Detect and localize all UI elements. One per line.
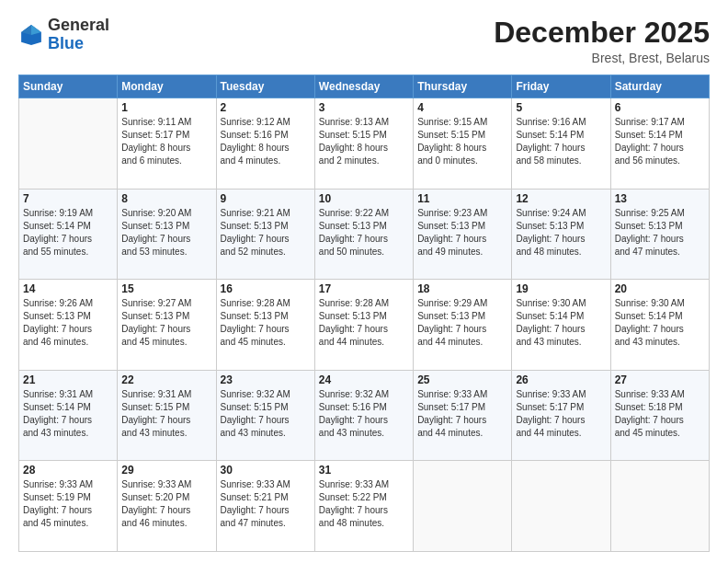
table-row: 18Sunrise: 9:29 AM Sunset: 5:13 PM Dayli…	[414, 280, 512, 371]
table-row: 10Sunrise: 9:22 AM Sunset: 5:13 PM Dayli…	[314, 189, 413, 280]
day-info: Sunrise: 9:19 AM Sunset: 5:14 PM Dayligh…	[23, 207, 113, 259]
table-row: 5Sunrise: 9:16 AM Sunset: 5:14 PM Daylig…	[512, 98, 610, 190]
day-number: 5	[516, 101, 606, 114]
col-thursday: Thursday	[414, 75, 512, 98]
logo-general-text: General	[48, 16, 109, 34]
day-info: Sunrise: 9:33 AM Sunset: 5:20 PM Dayligh…	[121, 478, 211, 530]
table-row: 3Sunrise: 9:13 AM Sunset: 5:15 PM Daylig…	[314, 98, 413, 190]
table-row: 12Sunrise: 9:24 AM Sunset: 5:13 PM Dayli…	[512, 189, 610, 280]
table-row: 31Sunrise: 9:33 AM Sunset: 5:22 PM Dayli…	[314, 461, 413, 552]
table-row: 7Sunrise: 9:19 AM Sunset: 5:14 PM Daylig…	[19, 189, 118, 280]
header: General Blue December 2025 Brest, Brest,…	[18, 17, 710, 65]
day-number: 2	[221, 101, 311, 114]
day-info: Sunrise: 9:32 AM Sunset: 5:16 PM Dayligh…	[319, 388, 409, 440]
day-info: Sunrise: 9:24 AM Sunset: 5:13 PM Dayligh…	[516, 207, 606, 259]
calendar-header-row: Sunday Monday Tuesday Wednesday Thursday…	[19, 75, 710, 98]
day-number: 25	[417, 373, 507, 386]
table-row: 24Sunrise: 9:32 AM Sunset: 5:16 PM Dayli…	[314, 370, 413, 461]
day-info: Sunrise: 9:21 AM Sunset: 5:13 PM Dayligh…	[221, 207, 311, 259]
table-row: 8Sunrise: 9:20 AM Sunset: 5:13 PM Daylig…	[118, 189, 216, 280]
day-number: 6	[615, 101, 705, 114]
table-row: 11Sunrise: 9:23 AM Sunset: 5:13 PM Dayli…	[414, 189, 512, 280]
day-number: 9	[221, 192, 311, 205]
day-info: Sunrise: 9:12 AM Sunset: 5:16 PM Dayligh…	[221, 116, 311, 167]
day-number: 23	[221, 373, 311, 386]
col-tuesday: Tuesday	[216, 75, 314, 98]
table-row	[512, 461, 610, 552]
day-number: 31	[319, 464, 409, 477]
table-row: 29Sunrise: 9:33 AM Sunset: 5:20 PM Dayli…	[118, 461, 216, 552]
table-row: 27Sunrise: 9:33 AM Sunset: 5:18 PM Dayli…	[610, 370, 709, 461]
col-monday: Monday	[118, 75, 216, 98]
day-info: Sunrise: 9:15 AM Sunset: 5:15 PM Dayligh…	[417, 116, 507, 167]
table-row: 23Sunrise: 9:32 AM Sunset: 5:15 PM Dayli…	[216, 370, 314, 461]
day-number: 3	[319, 101, 409, 114]
table-row: 6Sunrise: 9:17 AM Sunset: 5:14 PM Daylig…	[610, 98, 709, 190]
day-number: 8	[121, 192, 211, 205]
day-number: 16	[221, 282, 311, 295]
day-info: Sunrise: 9:22 AM Sunset: 5:13 PM Dayligh…	[319, 207, 409, 259]
calendar-table: Sunday Monday Tuesday Wednesday Thursday…	[18, 75, 710, 552]
day-info: Sunrise: 9:17 AM Sunset: 5:14 PM Dayligh…	[615, 116, 705, 167]
day-number: 1	[121, 101, 211, 114]
location: Brest, Brest, Belarus	[494, 51, 710, 65]
col-wednesday: Wednesday	[314, 75, 413, 98]
day-number: 4	[417, 101, 507, 114]
table-row: 4Sunrise: 9:15 AM Sunset: 5:15 PM Daylig…	[414, 98, 512, 190]
day-info: Sunrise: 9:31 AM Sunset: 5:14 PM Dayligh…	[23, 388, 113, 440]
day-number: 13	[615, 192, 705, 205]
table-row: 21Sunrise: 9:31 AM Sunset: 5:14 PM Dayli…	[19, 370, 118, 461]
table-row: 14Sunrise: 9:26 AM Sunset: 5:13 PM Dayli…	[19, 280, 118, 371]
day-info: Sunrise: 9:11 AM Sunset: 5:17 PM Dayligh…	[121, 116, 211, 167]
calendar-week-row: 1Sunrise: 9:11 AM Sunset: 5:17 PM Daylig…	[19, 98, 710, 190]
page: General Blue December 2025 Brest, Brest,…	[0, 0, 728, 563]
day-info: Sunrise: 9:33 AM Sunset: 5:22 PM Dayligh…	[319, 478, 409, 530]
day-info: Sunrise: 9:23 AM Sunset: 5:13 PM Dayligh…	[417, 207, 507, 259]
day-info: Sunrise: 9:31 AM Sunset: 5:15 PM Dayligh…	[121, 388, 211, 440]
day-info: Sunrise: 9:30 AM Sunset: 5:14 PM Dayligh…	[615, 297, 705, 349]
table-row: 16Sunrise: 9:28 AM Sunset: 5:13 PM Dayli…	[216, 280, 314, 371]
calendar-week-row: 21Sunrise: 9:31 AM Sunset: 5:14 PM Dayli…	[19, 370, 710, 461]
day-info: Sunrise: 9:29 AM Sunset: 5:13 PM Dayligh…	[417, 297, 507, 349]
logo-icon	[18, 22, 44, 48]
day-info: Sunrise: 9:33 AM Sunset: 5:17 PM Dayligh…	[417, 388, 507, 440]
day-number: 29	[121, 464, 211, 477]
day-info: Sunrise: 9:32 AM Sunset: 5:15 PM Dayligh…	[221, 388, 311, 440]
col-saturday: Saturday	[610, 75, 709, 98]
calendar-week-row: 7Sunrise: 9:19 AM Sunset: 5:14 PM Daylig…	[19, 189, 710, 280]
day-number: 7	[23, 192, 113, 205]
day-number: 24	[319, 373, 409, 386]
table-row: 25Sunrise: 9:33 AM Sunset: 5:17 PM Dayli…	[414, 370, 512, 461]
table-row: 17Sunrise: 9:28 AM Sunset: 5:13 PM Dayli…	[314, 280, 413, 371]
table-row	[414, 461, 512, 552]
day-number: 10	[319, 192, 409, 205]
day-info: Sunrise: 9:33 AM Sunset: 5:19 PM Dayligh…	[23, 478, 113, 530]
table-row: 22Sunrise: 9:31 AM Sunset: 5:15 PM Dayli…	[118, 370, 216, 461]
day-number: 17	[319, 282, 409, 295]
table-row	[19, 98, 118, 190]
day-number: 14	[23, 282, 113, 295]
month-title: December 2025	[494, 17, 710, 49]
day-info: Sunrise: 9:30 AM Sunset: 5:14 PM Dayligh…	[516, 297, 606, 349]
table-row: 9Sunrise: 9:21 AM Sunset: 5:13 PM Daylig…	[216, 189, 314, 280]
day-number: 12	[516, 192, 606, 205]
day-info: Sunrise: 9:26 AM Sunset: 5:13 PM Dayligh…	[23, 297, 113, 349]
day-number: 18	[417, 282, 507, 295]
table-row: 13Sunrise: 9:25 AM Sunset: 5:13 PM Dayli…	[610, 189, 709, 280]
day-number: 22	[121, 373, 211, 386]
logo: General Blue	[18, 17, 109, 53]
day-info: Sunrise: 9:33 AM Sunset: 5:18 PM Dayligh…	[615, 388, 705, 440]
day-number: 19	[516, 282, 606, 295]
day-info: Sunrise: 9:28 AM Sunset: 5:13 PM Dayligh…	[319, 297, 409, 349]
day-info: Sunrise: 9:27 AM Sunset: 5:13 PM Dayligh…	[121, 297, 211, 349]
table-row	[610, 461, 709, 552]
calendar-week-row: 28Sunrise: 9:33 AM Sunset: 5:19 PM Dayli…	[19, 461, 710, 552]
day-number: 15	[121, 282, 211, 295]
col-sunday: Sunday	[19, 75, 118, 98]
day-number: 28	[23, 464, 113, 477]
table-row: 28Sunrise: 9:33 AM Sunset: 5:19 PM Dayli…	[19, 461, 118, 552]
day-info: Sunrise: 9:25 AM Sunset: 5:13 PM Dayligh…	[615, 207, 705, 259]
day-info: Sunrise: 9:20 AM Sunset: 5:13 PM Dayligh…	[121, 207, 211, 259]
day-number: 27	[615, 373, 705, 386]
logo-blue-text: Blue	[48, 34, 84, 52]
